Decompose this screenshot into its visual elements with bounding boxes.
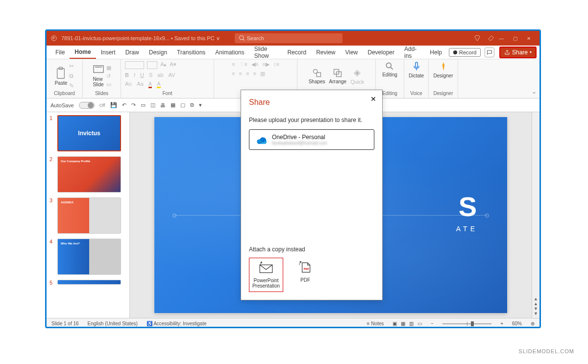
attach-powerpoint-button[interactable]: PowerPoint Presentation [249, 258, 283, 292]
tab-addins[interactable]: Add-ins [399, 46, 425, 59]
font-family-selector[interactable] [125, 61, 144, 69]
thumbnail-5[interactable]: 5 [49, 280, 126, 286]
zoom-slider[interactable] [442, 323, 491, 324]
tab-help[interactable]: Help [425, 46, 447, 59]
numbering-button[interactable]: ⋮≡ [239, 61, 247, 68]
text-shadow-button[interactable]: ab [157, 72, 163, 78]
vertical-scrollbar[interactable]: ▲▲▼▼ [532, 112, 539, 318]
align-right-button[interactable]: ≡ [246, 71, 249, 77]
qat-icon-2[interactable]: ◫ [150, 102, 155, 108]
quick-styles-button[interactable]: ◈ Quick [350, 67, 364, 85]
qat-icon-6[interactable]: ⧉ [190, 102, 194, 108]
tab-transitions[interactable]: Transitions [172, 46, 210, 59]
qat-icon-3[interactable]: 🖶 [160, 102, 166, 108]
bold-button[interactable]: B [125, 72, 129, 78]
decrease-font-icon[interactable]: A▾ [170, 61, 176, 69]
paste-button[interactable]: Paste [55, 67, 68, 86]
language-indicator[interactable]: English (United States) [88, 321, 138, 326]
tab-design[interactable]: Design [144, 46, 172, 59]
tab-slideshow[interactable]: Slide Show [249, 46, 283, 59]
editing-button[interactable]: Editing [382, 61, 397, 91]
thumbnail-1[interactable]: 1 Invictus [49, 115, 126, 151]
justify-button[interactable]: ≡ [253, 71, 256, 77]
italic-button[interactable]: I [134, 72, 135, 78]
tab-file[interactable]: File [50, 46, 70, 59]
accessibility-check[interactable]: ♿ Accessibility: Investigate [147, 321, 207, 326]
change-case-button[interactable]: Aa [137, 81, 143, 88]
onedrive-option[interactable]: OneDrive - Personal farshadraheel@hotmai… [249, 129, 374, 150]
close-dialog-button[interactable]: ✕ [370, 95, 376, 103]
tab-review[interactable]: Review [311, 46, 340, 59]
zoom-level[interactable]: 60% [512, 321, 522, 326]
tab-developer[interactable]: Developer [363, 46, 399, 59]
line-spacing-button[interactable]: ↕≡ [273, 61, 279, 68]
arrange-button[interactable]: Arrange [329, 68, 347, 84]
attach-pdf-button[interactable]: PDF PDF [288, 258, 322, 292]
notes-button[interactable]: ≡ Notes [367, 321, 384, 326]
minimize-button[interactable]: — [494, 36, 508, 41]
qat-icon-1[interactable]: ▭ [141, 102, 146, 108]
thumbnail-panel[interactable]: 1 Invictus 2 Our Company Profile 3 AGEND… [47, 112, 130, 318]
thumbnail-3[interactable]: 3 AGENDA [49, 197, 126, 234]
font-size-selector[interactable] [147, 61, 157, 69]
align-left-button[interactable]: ≡ [232, 71, 235, 77]
increase-font-icon[interactable]: A▴ [160, 61, 167, 69]
search-box[interactable]: Search [235, 33, 343, 43]
normal-view-button[interactable]: ▣ [392, 321, 397, 326]
qat-icon-4[interactable]: ▦ [171, 102, 175, 108]
redo-button[interactable]: ↷ [131, 102, 136, 108]
shapes-button[interactable]: Shapes [309, 68, 325, 84]
tab-home[interactable]: Home [70, 46, 96, 59]
brush-icon[interactable] [488, 35, 494, 42]
collapse-ribbon-button[interactable]: ⌄ [532, 88, 537, 95]
share-button[interactable]: Share ▾ [499, 47, 537, 58]
indent-right-button[interactable]: ≡▶ [262, 61, 269, 68]
tab-draw[interactable]: Draw [121, 46, 144, 59]
bullets-button[interactable]: ≡ [232, 61, 235, 68]
svg-rect-13 [415, 62, 417, 68]
qat-more[interactable]: ▾ [199, 102, 202, 108]
layout-icon[interactable]: ▦ [106, 65, 111, 71]
diamond-icon[interactable] [474, 35, 481, 42]
fit-to-window-button[interactable]: ⊕ [531, 321, 535, 326]
section-icon[interactable]: ▭ [106, 81, 111, 88]
copy-icon[interactable]: ⧉ [69, 73, 74, 79]
slideshow-view-button[interactable]: ▭ [417, 321, 422, 326]
thumbnail-2[interactable]: 2 Our Company Profile [49, 156, 126, 193]
share-dialog-title: Share [249, 98, 374, 107]
qat-icon-5[interactable]: ▢ [180, 102, 185, 108]
highlight-button[interactable]: A [157, 81, 160, 88]
new-slide-button[interactable]: New Slide [93, 65, 104, 87]
dictate-button[interactable]: Dictate [409, 61, 424, 91]
titlebar: 7891-01-invictus-powerpoint-template-16x… [47, 31, 539, 46]
designer-button[interactable]: Designer [433, 61, 453, 91]
tab-record[interactable]: Record [282, 46, 311, 59]
format-painter-icon[interactable]: ✎ [69, 82, 74, 89]
maximize-button[interactable]: ▢ [508, 36, 522, 41]
align-center-button[interactable]: ≡ [239, 71, 242, 77]
undo-button[interactable]: ↶ [122, 102, 126, 108]
reset-icon[interactable]: ↺ [106, 73, 111, 79]
record-button[interactable]: Record [449, 48, 481, 57]
zoom-in-button[interactable]: + [500, 321, 503, 326]
columns-button[interactable]: ▥ [260, 71, 265, 77]
underline-button[interactable]: U [140, 72, 144, 78]
sorter-view-button[interactable]: ▦ [401, 321, 405, 326]
tab-view[interactable]: View [340, 46, 363, 59]
char-spacing-button[interactable]: AV [169, 72, 175, 78]
tab-animations[interactable]: Animations [210, 46, 249, 59]
tab-insert[interactable]: Insert [96, 46, 121, 59]
autosave-toggle[interactable] [79, 102, 95, 109]
save-icon[interactable]: 💾 [110, 102, 117, 108]
zoom-out-button[interactable]: − [431, 321, 434, 326]
slide-counter[interactable]: Slide 1 of 16 [51, 321, 79, 326]
close-button[interactable]: ✕ [522, 36, 536, 41]
reading-view-button[interactable]: ▥ [409, 321, 414, 326]
indent-left-button[interactable]: ◀≡ [251, 61, 258, 68]
clear-format-button[interactable]: A⦸ [125, 81, 132, 88]
comments-button[interactable] [485, 48, 494, 57]
font-color-button[interactable]: A [148, 81, 152, 88]
strikethrough-button[interactable]: S [149, 72, 152, 78]
cut-icon[interactable]: ✂ [69, 63, 74, 70]
thumbnail-4[interactable]: 4 Who We Are? [49, 239, 126, 275]
